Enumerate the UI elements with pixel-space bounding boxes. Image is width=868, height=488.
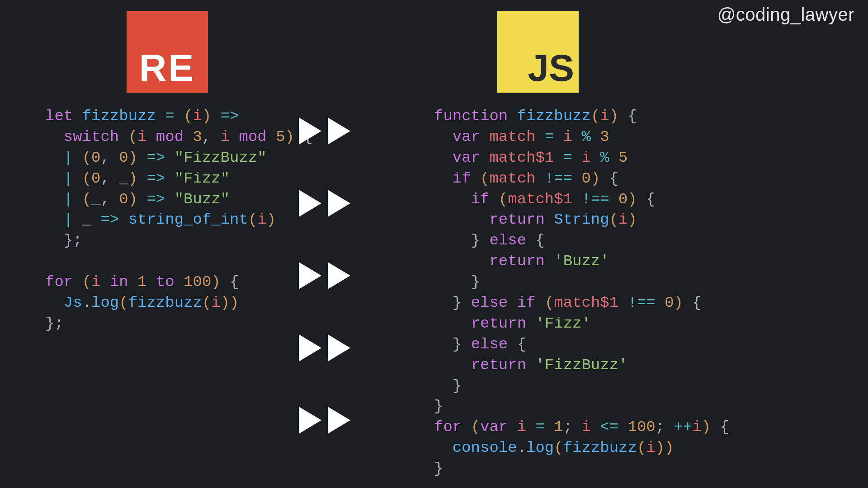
op-arrow: => — [146, 191, 165, 208]
fn-string-of-int: string_of_int — [128, 211, 248, 228]
fn-log: log — [91, 294, 119, 311]
paren: ) — [665, 439, 674, 456]
kw-mod: mod — [239, 128, 267, 145]
paren: ( — [609, 211, 618, 228]
brace: { — [609, 170, 618, 187]
fast-forward-icon — [298, 190, 351, 217]
num: 0 — [618, 191, 627, 208]
kw-return: return — [489, 253, 544, 270]
kw-to: to — [156, 273, 175, 291]
id-match: match — [489, 128, 535, 145]
id-i: i — [600, 108, 609, 125]
num: 1 — [554, 418, 563, 436]
paren: ( — [248, 211, 257, 228]
paren: ) — [609, 108, 618, 125]
reason-logo: RE — [127, 11, 208, 93]
paren: ) — [230, 294, 239, 311]
brace: { — [692, 294, 701, 311]
op-arrow: => — [146, 170, 165, 187]
fn-fizzbuzz: fizzbuzz — [82, 108, 156, 125]
paren: ( — [82, 191, 91, 208]
paren: ) — [128, 170, 137, 187]
kw-var: var — [480, 418, 508, 436]
fn-fizzbuzz: fizzbuzz — [517, 108, 591, 125]
paren: ) — [211, 273, 220, 291]
kw-if: if — [453, 170, 471, 187]
paren: ( — [545, 294, 554, 311]
id-i: i — [193, 108, 202, 125]
paren: ( — [82, 273, 91, 291]
paren: ( — [202, 294, 211, 311]
paren: ( — [184, 108, 193, 125]
op-arrow: => — [100, 211, 119, 228]
brace: } — [434, 398, 443, 415]
paren: ) — [128, 191, 137, 208]
brace: { — [628, 108, 637, 125]
brace: { — [535, 232, 544, 249]
paren: ( — [591, 108, 600, 125]
paren: ) — [285, 128, 294, 145]
str: 'Fizz' — [535, 315, 590, 332]
kw-var: var — [453, 149, 480, 166]
paren: ) — [674, 294, 683, 311]
brace: } — [45, 315, 54, 332]
id-i: i — [517, 418, 526, 436]
kw-return: return — [489, 211, 544, 228]
kw-for: for — [434, 418, 462, 436]
fast-forward-icon — [298, 407, 351, 434]
comma: , — [100, 149, 109, 166]
paren: ) — [627, 211, 637, 228]
kw-if: if — [471, 191, 490, 208]
svg-marker-0 — [299, 117, 321, 145]
slide: @coding_lawyer RE JS let fizzbuzz = (i) … — [0, 0, 868, 488]
str: 'Buzz' — [554, 253, 609, 270]
fn-string: String — [554, 211, 609, 228]
paren: ( — [82, 149, 91, 166]
svg-marker-6 — [299, 334, 321, 361]
num: 0 — [665, 294, 674, 311]
brace: } — [471, 273, 480, 291]
kw-else: else — [471, 336, 508, 353]
paren: ( — [82, 170, 91, 187]
paren: ) — [221, 294, 230, 311]
semi: ; — [54, 315, 63, 332]
num: 0 — [119, 191, 128, 208]
op-arrow: => — [146, 149, 165, 166]
brace: { — [517, 336, 526, 353]
brace: } — [471, 232, 480, 249]
kw-else: else — [489, 232, 526, 249]
num: 0 — [91, 170, 100, 187]
paren: ) — [628, 191, 637, 208]
pipe: | — [64, 170, 73, 187]
id-i: i — [618, 211, 627, 228]
kw-if: if — [517, 294, 536, 311]
fast-forward-icon — [298, 334, 351, 361]
brace: } — [64, 232, 73, 249]
str: "Buzz" — [175, 191, 230, 208]
paren: ) — [591, 170, 600, 187]
fast-forward-icon — [298, 262, 351, 289]
svg-marker-8 — [299, 407, 321, 434]
fn-fizzbuzz: fizzbuzz — [128, 294, 202, 311]
num: 3 — [193, 128, 202, 145]
javascript-logo: JS — [497, 11, 579, 93]
op-pct: % — [600, 149, 609, 166]
op-eq: = — [563, 149, 572, 166]
brace: } — [453, 294, 462, 311]
id-i: i — [257, 211, 266, 228]
paren: ( — [499, 191, 508, 208]
num: 1 — [137, 273, 146, 291]
module-js: Js — [64, 294, 82, 311]
op-neq: !== — [628, 294, 656, 311]
paren: ) — [202, 108, 211, 125]
pipe: | — [64, 149, 73, 166]
underscore: _ — [82, 211, 91, 228]
paren: ) — [702, 418, 711, 436]
op-eq: = — [165, 108, 174, 125]
svg-marker-3 — [328, 190, 350, 217]
svg-marker-2 — [299, 190, 321, 217]
paren: ( — [119, 294, 128, 311]
kw-return: return — [471, 357, 526, 374]
dot: . — [82, 294, 91, 311]
code-block-javascript: function fizzbuzz(i) { var match = i % 3… — [434, 106, 729, 479]
